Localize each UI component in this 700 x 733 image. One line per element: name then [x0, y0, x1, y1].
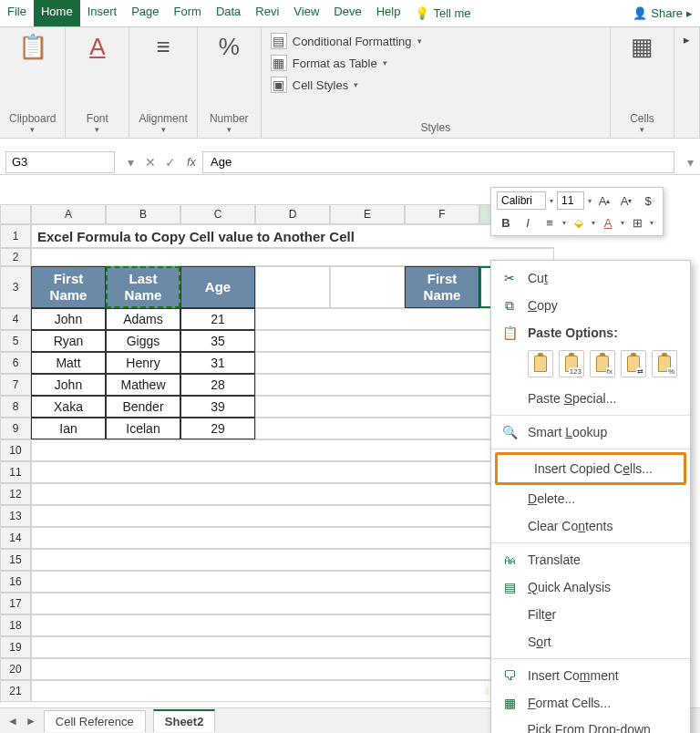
- sheet-tab-active[interactable]: Sheet2: [153, 709, 216, 732]
- menu-delete[interactable]: Delete...: [491, 485, 690, 512]
- row-header[interactable]: 7: [0, 374, 31, 396]
- menu-paste-special[interactable]: Paste Special...: [491, 385, 690, 412]
- sheet-nav-prev[interactable]: ◄: [7, 715, 18, 728]
- tab-insert[interactable]: Insert: [80, 0, 125, 26]
- cond-fmt-icon: ▤: [271, 33, 287, 49]
- row-header[interactable]: 10: [0, 439, 31, 461]
- formula-input[interactable]: [202, 151, 674, 173]
- conditional-formatting-button[interactable]: ▤Conditional Formatting▾: [271, 33, 422, 49]
- title-cell[interactable]: Excel Formula to Copy Cell value to Anot…: [31, 224, 554, 248]
- context-menu: ✂Cut ⧉Copy 📋Paste Options: 123 fx ⇄ % Pa…: [490, 260, 691, 733]
- group-number[interactable]: % Number ▾: [198, 27, 262, 138]
- row-header[interactable]: 9: [0, 418, 31, 439]
- tab-file[interactable]: File: [0, 0, 34, 26]
- col-header[interactable]: C: [180, 204, 255, 224]
- row-header[interactable]: 14: [0, 527, 31, 549]
- select-all-corner[interactable]: [0, 204, 31, 224]
- row-header[interactable]: 17: [0, 593, 31, 614]
- mini-font-size[interactable]: [557, 191, 584, 210]
- menu-insert-comment[interactable]: 🗨Insert Comment: [491, 662, 690, 689]
- tab-help[interactable]: Help: [369, 0, 408, 26]
- row-header[interactable]: 2: [0, 248, 31, 266]
- menu-sort[interactable]: Sort: [491, 628, 690, 656]
- mini-font-name[interactable]: [497, 191, 546, 210]
- row-header[interactable]: 21: [0, 680, 31, 702]
- row-header[interactable]: 5: [0, 330, 31, 352]
- col-header[interactable]: A: [31, 204, 106, 224]
- enter-icon[interactable]: ✓: [160, 155, 180, 170]
- cancel-icon[interactable]: ✕: [140, 155, 160, 170]
- namebox-dropdown[interactable]: ▾: [120, 155, 140, 170]
- menu-insert-copied-cells[interactable]: Insert Copied Cells...: [498, 455, 684, 482]
- bold-button[interactable]: B: [497, 213, 515, 232]
- tab-data[interactable]: Data: [209, 0, 248, 26]
- row-header[interactable]: 20: [0, 658, 31, 680]
- menu-copy[interactable]: ⧉Copy: [491, 292, 690, 319]
- group-cells[interactable]: ▦ Cells ▾: [611, 27, 674, 138]
- decrease-font-icon[interactable]: A▾: [617, 191, 635, 210]
- font-color-button[interactable]: A: [599, 213, 617, 232]
- row-header[interactable]: 3: [0, 266, 31, 308]
- group-styles: ▤Conditional Formatting▾ ▦Format as Tabl…: [262, 27, 611, 138]
- increase-font-icon[interactable]: A▴: [595, 191, 613, 210]
- paste-option-transpose[interactable]: ⇄: [621, 350, 646, 377]
- menu-pick-dropdown[interactable]: Pick From Drop-down List...: [491, 717, 690, 733]
- row-header[interactable]: 11: [0, 461, 31, 483]
- tab-review[interactable]: Revi: [248, 0, 286, 26]
- fx-icon[interactable]: fx: [180, 155, 202, 169]
- menu-format-cells[interactable]: ▦Format Cells...: [491, 689, 690, 717]
- menu-cut[interactable]: ✂Cut: [491, 264, 690, 292]
- menu-clear-contents[interactable]: Clear Contents: [491, 512, 690, 540]
- fill-color-button[interactable]: ⬙: [570, 213, 588, 232]
- italic-button[interactable]: I: [519, 213, 537, 232]
- ribbon-overflow[interactable]: ▸: [674, 27, 700, 138]
- tab-developer[interactable]: Deve: [326, 0, 368, 26]
- col-header[interactable]: E: [330, 204, 405, 224]
- row-header[interactable]: 19: [0, 636, 31, 658]
- paste-option-default[interactable]: [528, 350, 553, 377]
- menu-quick-analysis[interactable]: ▤Quick Analysis: [491, 573, 690, 601]
- row-header[interactable]: 13: [0, 505, 31, 527]
- col-header[interactable]: D: [255, 204, 330, 224]
- header-age[interactable]: Age: [180, 266, 255, 308]
- row-header[interactable]: 16: [0, 571, 31, 593]
- sheet-tab[interactable]: Cell Reference: [44, 710, 146, 732]
- format-as-table-button[interactable]: ▦Format as Table▾: [271, 55, 422, 71]
- tab-home[interactable]: Home: [34, 0, 80, 26]
- header-first-name[interactable]: FirstName: [31, 266, 106, 308]
- alignment-icon: ≡: [156, 33, 170, 61]
- tab-page[interactable]: Page: [124, 0, 166, 26]
- menu-translate[interactable]: 🗛Translate: [491, 546, 690, 573]
- row-header[interactable]: 8: [0, 396, 31, 418]
- tab-view[interactable]: View: [286, 0, 326, 26]
- col-header[interactable]: B: [106, 204, 180, 224]
- currency-icon[interactable]: $: [639, 191, 657, 210]
- formula-expand[interactable]: ▾: [680, 155, 700, 170]
- row-header[interactable]: 18: [0, 614, 31, 636]
- border-button[interactable]: ⊞: [628, 213, 646, 232]
- row-header[interactable]: 4: [0, 308, 31, 330]
- sheet-nav-next[interactable]: ►: [26, 715, 36, 728]
- paste-option-formulas[interactable]: fx: [590, 350, 615, 377]
- quick-analysis-icon: ▤: [500, 579, 519, 595]
- header-last-name[interactable]: LastName: [106, 266, 180, 308]
- group-alignment[interactable]: ≡ Alignment ▾: [129, 27, 197, 138]
- row-header[interactable]: 6: [0, 352, 31, 374]
- align-button[interactable]: ≡: [540, 213, 559, 232]
- group-clipboard[interactable]: 📋 Clipboard ▾: [0, 27, 66, 138]
- row-header[interactable]: 12: [0, 483, 31, 505]
- cell-styles-button[interactable]: ▣Cell Styles▾: [271, 77, 422, 93]
- menu-smart-lookup[interactable]: 🔍Smart Lookup: [491, 418, 690, 446]
- header2-first-name[interactable]: FirstName: [405, 266, 479, 308]
- row-header[interactable]: 15: [0, 549, 31, 571]
- row-header[interactable]: 1: [0, 224, 31, 248]
- paste-option-formatting[interactable]: %: [652, 350, 677, 377]
- paste-option-values[interactable]: 123: [559, 350, 584, 377]
- tab-formulas[interactable]: Form: [167, 0, 209, 26]
- tell-me[interactable]: 💡Tell me: [407, 0, 478, 26]
- group-font[interactable]: A Font ▾: [66, 27, 129, 138]
- menu-filter[interactable]: Filter: [491, 601, 690, 628]
- col-header[interactable]: F: [405, 204, 479, 224]
- name-box[interactable]: [5, 151, 115, 173]
- share-button[interactable]: 👤Share▸: [625, 0, 700, 26]
